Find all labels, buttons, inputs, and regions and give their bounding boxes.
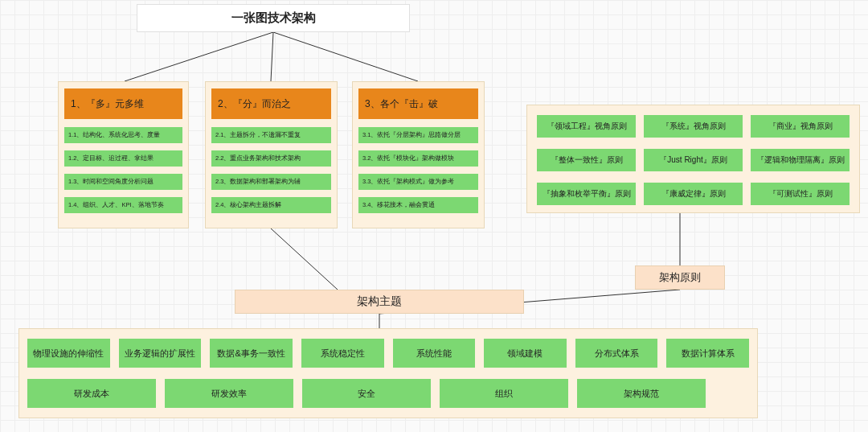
theme-cell: 组织: [440, 379, 568, 408]
branch-item: 2.1、主题拆分，不遗漏不重复: [211, 127, 331, 143]
branch-item: 2.2、重点业务架构和技术架构: [211, 150, 331, 167]
principle-cell: 『领域工程』视角原则: [537, 115, 636, 138]
theme-cell: 系统性能: [393, 339, 476, 368]
branch-item: 3.4、移花接木，融会贯通: [358, 197, 478, 213]
svg-line-1: [271, 32, 273, 81]
theme-cell: 系统稳定性: [301, 339, 384, 368]
theme-cell: 架构规范: [577, 379, 706, 408]
svg-line-3: [271, 228, 338, 290]
theme-cell: 数据&事务一致性: [210, 339, 293, 368]
principle-cell: 『可测试性』原则: [751, 183, 850, 205]
root-title: 一张图技术架构: [137, 4, 410, 32]
principle-cell: 『整体一致性』原则: [537, 149, 636, 171]
theme-row: 物理设施的伸缩性 业务逻辑的扩展性 数据&事务一致性 系统稳定性 系统性能 领域…: [27, 339, 749, 368]
principle-cell: 『商业』视角原则: [751, 115, 850, 138]
theme-cell: 物理设施的伸缩性: [27, 339, 110, 368]
theme-row: 研发成本 研发效率 安全 组织 架构规范: [27, 379, 749, 408]
branch-item: 3.3、依托『架构模式』做为参考: [358, 174, 478, 190]
branch-group-conquer: 3、各个『击』破 3.1、依托『分层架构』思路做分层 3.2、依托『模块化』架构…: [352, 81, 485, 228]
architecture-principles-container: 『领域工程』视角原则 『系统』视角原则 『商业』视角原则 『整体一致性』原则 『…: [526, 105, 860, 213]
branch-item: 1.4、组织、人才、KPI、落地节奏: [64, 197, 182, 213]
svg-line-2: [273, 32, 418, 81]
theme-cell: 领域建模: [484, 339, 567, 368]
theme-cell: 研发成本: [27, 379, 156, 408]
branch-item: 3.2、依托『模块化』架构做模块: [358, 150, 478, 167]
principles-row: 『抽象和枚举平衡』原则 『康威定律』原则 『可测试性』原则: [537, 183, 850, 205]
branch-item: 2.4、核心架构主题拆解: [211, 197, 331, 213]
branch-item: 2.3、数据架构和部署架构为辅: [211, 174, 331, 190]
theme-cell: 业务逻辑的扩展性: [119, 339, 202, 368]
principle-cell: 『抽象和枚举平衡』原则: [537, 183, 636, 205]
branch-header-conquer: 3、各个『击』破: [358, 88, 478, 119]
branch-item: 3.1、依托『分层架构』思路做分层: [358, 127, 478, 143]
svg-line-0: [125, 32, 273, 81]
theme-cell: 安全: [302, 379, 431, 408]
principle-cell: 『Just Right』原则: [644, 149, 743, 171]
branch-group-divide: 2、『分』而治之 2.1、主题拆分，不遗漏不重复 2.2、重点业务架构和技术架构…: [205, 81, 338, 228]
theme-cell: 研发效率: [165, 379, 293, 408]
branch-header-multi: 1、『多』元多维: [64, 88, 182, 119]
branch-header-divide: 2、『分』而治之: [211, 88, 331, 119]
architecture-principles-label: 架构原则: [635, 265, 725, 290]
branch-item: 1.2、定目标、追过程、拿结果: [64, 150, 182, 167]
architecture-theme-label: 架构主题: [235, 290, 524, 314]
branch-item: 1.3、时间和空间角度分析问题: [64, 174, 182, 190]
architecture-theme-container: 物理设施的伸缩性 业务逻辑的扩展性 数据&事务一致性 系统稳定性 系统性能 领域…: [18, 328, 758, 418]
theme-cell: 数据计算体系: [666, 339, 749, 368]
principle-cell: 『逻辑和物理隔离』原则: [751, 149, 850, 171]
principles-row: 『领域工程』视角原则 『系统』视角原则 『商业』视角原则: [537, 115, 850, 138]
branch-item: 1.1、结构化、系统化思考、度量: [64, 127, 182, 143]
principle-cell: 『系统』视角原则: [644, 115, 743, 138]
theme-cell: 分布式体系: [575, 339, 658, 368]
branch-group-multi: 1、『多』元多维 1.1、结构化、系统化思考、度量 1.2、定目标、追过程、拿结…: [58, 81, 189, 228]
principle-cell: 『康威定律』原则: [644, 183, 743, 205]
principles-row: 『整体一致性』原则 『Just Right』原则 『逻辑和物理隔离』原则: [537, 149, 850, 171]
